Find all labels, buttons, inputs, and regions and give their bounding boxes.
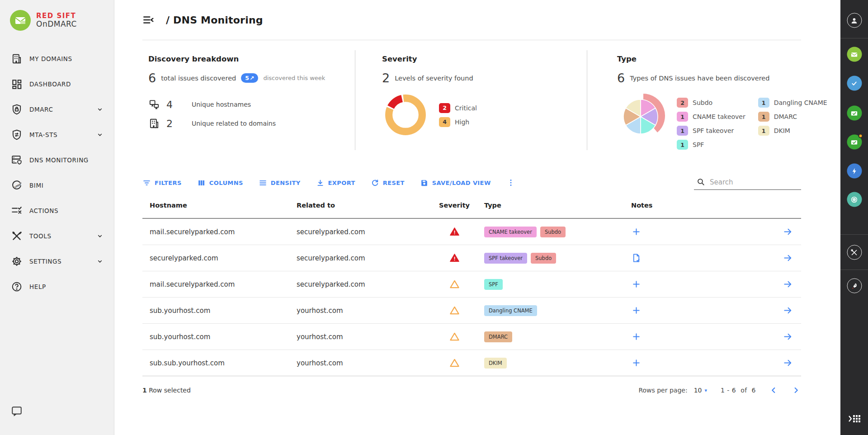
sidebar-item-bimi[interactable]: LOGOBIMI: [0, 173, 114, 198]
table-row[interactable]: mail.securelyparked.comsecurelyparked.co…: [142, 219, 801, 245]
next-page-button[interactable]: [791, 385, 801, 395]
sidebar-item-dashboard[interactable]: DASHBOARD: [0, 71, 114, 97]
add-note-button[interactable]: [631, 331, 642, 342]
save-load-view-button[interactable]: SAVE/LOAD VIEW: [420, 179, 491, 187]
density-button[interactable]: DENSITY: [259, 179, 301, 187]
column-header-related-to[interactable]: Related to: [289, 202, 432, 209]
add-note-button[interactable]: [631, 305, 642, 316]
legend-count-chip: 1: [758, 98, 769, 108]
toolbar-button-label: COLUMNS: [209, 180, 243, 186]
app-blue-check-icon[interactable]: [847, 76, 862, 91]
severity-card: Severity 2 Levels of severity found 2Cri…: [355, 40, 587, 164]
filters-button[interactable]: FILTERS: [142, 179, 182, 187]
severity-legend: 2Critical4High: [439, 91, 477, 138]
tools-icon: [11, 230, 23, 242]
reset-button[interactable]: RESET: [371, 179, 405, 187]
rows-per-page-select[interactable]: 10▾: [694, 387, 707, 394]
sidebar-item-label: TOOLS: [29, 232, 52, 240]
add-note-button[interactable]: [631, 358, 642, 368]
table-row[interactable]: sub.yourhost.comyourhost.comDangling CNA…: [142, 298, 801, 324]
type-chip: Subdo: [531, 253, 556, 264]
columns-button[interactable]: COLUMNS: [197, 179, 243, 187]
sidebar-item-my-domains[interactable]: MY DOMAINS: [0, 46, 114, 71]
app-green-mail-check-icon[interactable]: [847, 106, 862, 121]
app-green-mail-icon[interactable]: [847, 47, 862, 62]
more-options-kebab-icon[interactable]: [506, 178, 515, 187]
discovery-breakdown-card: Discovery breakdown 6 total issues disco…: [142, 40, 355, 164]
legend-item-critical: 2Critical: [439, 103, 477, 113]
app-teal-radar-icon[interactable]: [847, 192, 862, 207]
related-to-cell: yourhost.com: [289, 359, 432, 367]
export-button[interactable]: EXPORT: [316, 179, 355, 187]
hostname-cell: sub.sub.yourhost.com: [142, 359, 289, 367]
previous-page-button[interactable]: [769, 385, 778, 395]
chat-widget-icon[interactable]: [11, 405, 23, 417]
sidebar-item-actions[interactable]: ACTIONS: [0, 198, 114, 223]
hostname-cell: securelyparked.com: [142, 254, 289, 262]
app-blue-bolt-icon[interactable]: [847, 164, 862, 179]
app-green-mail-badge-icon[interactable]: [847, 135, 862, 150]
table-search: [694, 175, 801, 190]
type-chip: DKIM: [484, 358, 507, 369]
rail-rocket-icon[interactable]: [847, 279, 862, 293]
table-row[interactable]: mail.securelyparked.comsecurelyparked.co…: [142, 271, 801, 298]
sidebar-collapse-icon[interactable]: [142, 14, 154, 26]
bimi-logo-icon: LOGO: [11, 180, 23, 191]
table-row[interactable]: sub.yourhost.comyourhost.comDMARC: [142, 324, 801, 350]
view-note-button[interactable]: [631, 253, 642, 263]
chevron-down-icon: [96, 257, 104, 265]
add-note-button[interactable]: [631, 279, 642, 289]
trend-up-icon: ↗: [250, 75, 254, 81]
rail-tools-icon[interactable]: [847, 245, 862, 260]
open-row-arrow-button[interactable]: [783, 305, 801, 316]
sidebar-item-settings[interactable]: SETTINGS: [0, 249, 114, 274]
type-count: 6: [617, 71, 625, 85]
severity-high-icon: [449, 331, 460, 342]
brand-name-top: RED SIFT: [36, 12, 77, 20]
table-body: mail.securelyparked.comsecurelyparked.co…: [142, 219, 801, 376]
open-row-arrow-button[interactable]: [783, 358, 801, 368]
sidebar-nav: MY DOMAINSDASHBOARDDMARCMTA-STSDNS MONIT…: [0, 46, 114, 299]
legend-count-chip: 1: [677, 126, 688, 136]
server-shield-icon: [11, 154, 23, 166]
column-header-notes[interactable]: Notes: [624, 202, 762, 209]
right-app-rail: [840, 0, 868, 435]
hostnames-icon: [148, 99, 160, 110]
sidebar-item-label: SETTINGS: [29, 258, 61, 265]
legend-label: Critical: [455, 104, 477, 112]
density-icon: [259, 179, 267, 187]
open-row-arrow-button[interactable]: [783, 331, 801, 342]
legend-count-chip: 2: [439, 103, 450, 113]
sidebar-item-dmarc[interactable]: DMARC: [0, 97, 114, 122]
stat-label: Unique hostnames: [192, 101, 251, 108]
open-row-arrow-button[interactable]: [783, 279, 801, 289]
open-row-arrow-button[interactable]: [783, 253, 801, 263]
table-row[interactable]: securelyparked.comsecurelyparked.comSPF …: [142, 245, 801, 271]
brand-logo[interactable]: RED SIFT OnDMARC: [0, 0, 114, 31]
type-chip: SPF takeover: [484, 253, 527, 264]
filter-icon: [142, 179, 151, 187]
app-grid-icon[interactable]: [849, 414, 860, 425]
legend-item-dkim: 1DKIM: [758, 126, 827, 136]
column-header-severity[interactable]: Severity: [439, 202, 470, 209]
sidebar-item-tools[interactable]: TOOLS: [0, 223, 114, 249]
column-header-hostname[interactable]: Hostname: [142, 202, 289, 209]
type-cell: DKIM: [477, 358, 624, 369]
main-content: / DNS Monitoring Discovery breakdown 6 t…: [114, 0, 840, 435]
table-row[interactable]: sub.sub.yourhost.comyourhost.comDKIM: [142, 350, 801, 376]
legend-count-chip: 2: [677, 98, 688, 108]
legend-count-chip: 1: [758, 112, 769, 122]
related-to-cell: yourhost.com: [289, 307, 432, 315]
legend-item-subdo: 2Subdo: [677, 98, 745, 108]
sidebar-item-mta-sts[interactable]: MTA-STS: [0, 122, 114, 147]
sidebar-item-dns-monitoring[interactable]: DNS MONITORING: [0, 147, 114, 173]
column-header-type[interactable]: Type: [477, 202, 624, 209]
search-input[interactable]: [710, 178, 800, 186]
account-button[interactable]: [847, 13, 862, 28]
shield-lock-icon: [11, 104, 23, 115]
sidebar-item-help[interactable]: HELP: [0, 274, 114, 299]
add-note-button[interactable]: [631, 227, 642, 237]
chevron-down-icon: [96, 232, 104, 240]
open-row-arrow-button[interactable]: [783, 227, 801, 237]
export-icon: [316, 179, 325, 187]
